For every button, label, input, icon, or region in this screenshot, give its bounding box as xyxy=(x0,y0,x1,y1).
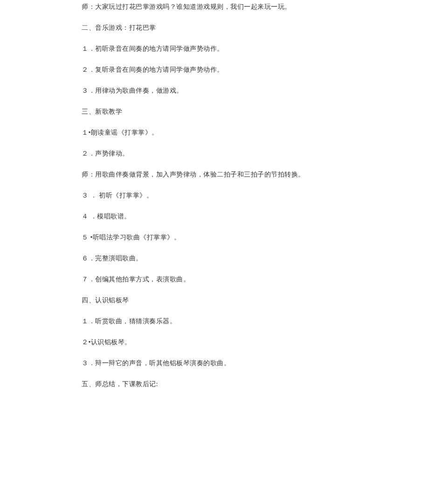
paragraph: １•朗读童谣《打掌掌》。 xyxy=(82,128,382,137)
paragraph: １．听赏歌曲，猜猜演奏乐器。 xyxy=(82,316,382,326)
paragraph: ３．用律动为歌曲伴奏，做游戏。 xyxy=(82,86,382,95)
paragraph: 师：大家玩过打花巴掌游戏吗？谁知道游戏规则，我们一起来玩一玩。 xyxy=(82,2,382,12)
paragraph: ５ •听唱法学习歌曲《打掌掌》。 xyxy=(82,232,382,242)
paragraph: １．初听录音在间奏的地方请同学做声势动作。 xyxy=(82,44,382,54)
paragraph: ６．完整演唱歌曲。 xyxy=(82,253,382,263)
paragraph: ２．声势律动。 xyxy=(82,149,382,158)
paragraph: 五、师总结，下课教后记: xyxy=(82,379,382,389)
paragraph: ３．辩一辩它的声音，听其他铝板琴演奏的歌曲。 xyxy=(82,358,382,368)
paragraph: ７．创编其他拍掌方式，表演歌曲。 xyxy=(82,274,382,284)
paragraph: ２．复听录音在间奏的地方请同学做声势动作。 xyxy=(82,65,382,75)
paragraph: ３ ． 初听《打掌掌》。 xyxy=(82,191,382,200)
paragraph: 二、音乐游戏：打花巴掌 xyxy=(82,23,382,33)
paragraph: 四、认识铝板琴 xyxy=(82,295,382,305)
paragraph: ２•认识铝板琴。 xyxy=(82,337,382,347)
paragraph: 师：用歌曲伴奏做背景，加入声势律动，体验二拍子和三拍子的节拍转换。 xyxy=(82,170,382,179)
paragraph: 三、新歌教学 xyxy=(82,107,382,116)
paragraph: ４ ．模唱歌谱。 xyxy=(82,211,382,221)
